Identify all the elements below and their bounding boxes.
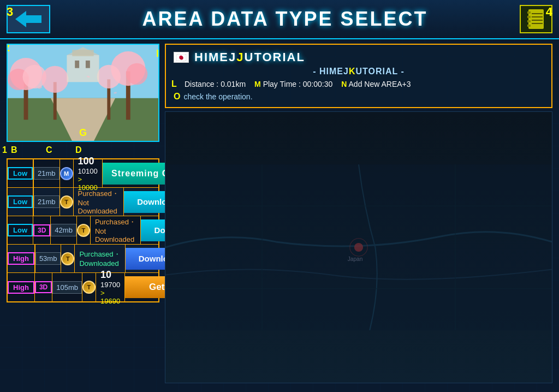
svg-rect-4: [527, 20, 531, 22]
quality-col: Low: [8, 188, 33, 216]
svg-rect-24: [67, 55, 99, 82]
distance-value: 0.01km: [221, 80, 246, 88]
svg-point-23: [97, 65, 121, 88]
3d-col: 3D: [33, 216, 51, 244]
purchased-status: Purchased・Not Downloaded: [78, 189, 119, 215]
distance-stat: Distance : 0.01km: [185, 80, 246, 88]
status-col: 10 19700 > 19690: [96, 273, 125, 301]
corner-n-label: N: [341, 80, 347, 88]
size-col: 21mb: [34, 159, 60, 187]
status-col: Purchased・Not Downloaded: [91, 216, 141, 244]
corner-3-label: 3: [7, 5, 13, 19]
3d-col: 3D: [35, 273, 52, 301]
token-icon: T: [77, 224, 90, 237]
course-title-row: 🇯🇵 HIMEJJUTORIAL: [174, 50, 544, 64]
svg-rect-1: [528, 9, 544, 29]
status-col: 100 10100 > 10000: [74, 159, 103, 187]
quality-col: High: [8, 273, 35, 301]
size-badge: 105mb: [52, 281, 82, 294]
operation-text: check the operation.: [183, 92, 252, 101]
size-badge: 53mb: [35, 252, 61, 265]
quality-badge: Low: [8, 224, 33, 236]
table-row: High3D105mbT10 19700 > 19690Get now: [8, 273, 158, 301]
status-col: Purchased・Downloaded: [75, 245, 125, 272]
table-row: Low21mbM100 10100 > 10000Streeming Get: [8, 159, 158, 188]
quality-badge: High: [8, 252, 34, 265]
table-row: Low3D42mbTPurchased・Not DownloadedDownlo…: [8, 216, 158, 245]
notebook-icon: [526, 8, 546, 30]
icon-col: M: [60, 159, 74, 187]
token-icon: T: [61, 252, 74, 265]
3d-badge: 3D: [33, 224, 50, 236]
course-name-sub: - HIMEJKUTORIAL -: [174, 67, 544, 76]
purchased-status: Purchased・Not Downloaded: [95, 217, 136, 243]
metro-icon: M: [60, 167, 73, 180]
size-col: 42mb: [51, 216, 77, 244]
coins-status: 100 10100 > 10000: [78, 156, 98, 192]
token-icon: T: [60, 195, 73, 209]
svg-point-33: [354, 243, 363, 252]
stats-row: L Distance : 0.01km M Play Time : 00:00:…: [185, 80, 544, 88]
table-row: Low21mbTPurchased・Not DownloadedDownload…: [8, 188, 158, 216]
quality-col: High: [8, 245, 35, 272]
thumbnail-scene: [8, 45, 158, 141]
course-name-part2: UTORIAL: [245, 50, 305, 64]
header: 3 AREA DATA TYPE SELECT 4: [0, 0, 559, 39]
quality-col: Low: [8, 216, 33, 244]
svg-point-21: [41, 66, 68, 93]
page-title: AREA DATA TYPE SELECT: [50, 8, 520, 31]
svg-rect-26: [72, 50, 93, 56]
main-content: 2: [0, 39, 559, 388]
corner-g-label: G: [79, 127, 87, 139]
new-area-stat: N Add New AREA+3: [341, 80, 411, 88]
course-name-part1: HIMEJ: [194, 50, 236, 64]
col-c-label: C: [46, 145, 52, 155]
corner-m-label: M: [254, 80, 261, 88]
svg-rect-28: [86, 61, 90, 68]
size-badge: 42mb: [51, 224, 76, 236]
corner-2-label: 2: [7, 44, 10, 55]
svg-text:Japan: Japan: [348, 256, 363, 262]
map-background: Japan: [165, 111, 552, 383]
size-badge: 21mb: [34, 195, 60, 208]
new-area-label: Add New AREA+3: [349, 80, 411, 88]
distance-label: Distance :: [185, 80, 218, 88]
quality-badge: Low: [8, 195, 33, 208]
course-info: I 🇯🇵 HIMEJJUTORIAL - HIMEJKUTORIAL - L D…: [165, 44, 552, 108]
notes-button[interactable]: 4: [520, 5, 552, 33]
playtime-value: 00:00:30: [303, 80, 333, 88]
icon-col: T: [82, 273, 96, 301]
svg-point-19: [126, 63, 147, 85]
col-d-label: D: [75, 145, 82, 155]
left-panel: 2: [7, 44, 159, 383]
right-panel: I 🇯🇵 HIMEJJUTORIAL - HIMEJKUTORIAL - L D…: [165, 44, 552, 383]
quality-badge: Low: [8, 167, 33, 180]
operation-row: O check the operation.: [174, 92, 544, 102]
course-thumbnail: G: [8, 45, 158, 141]
quality-col: Low: [8, 159, 33, 187]
data-table: Low21mbM100 10100 > 10000Streeming GetLo…: [7, 158, 159, 302]
col-b-label: B: [11, 145, 17, 155]
svg-marker-0: [15, 11, 41, 27]
coins-status: 10 19700 > 19690: [100, 269, 120, 305]
icon-col: T: [77, 216, 91, 244]
quality-badge: High: [8, 281, 34, 294]
course-name-j-highlight: J: [236, 50, 244, 64]
size-col: 21mb: [34, 188, 60, 216]
corner-4-label: 4: [546, 5, 552, 19]
corner-l-label: L: [171, 79, 177, 89]
corner-i-label: I: [156, 48, 159, 60]
course-name-main: HIMEJJUTORIAL: [194, 50, 305, 64]
map-svg: Japan: [165, 112, 552, 383]
corner-1-label: 1: [2, 145, 7, 155]
token-icon: T: [82, 281, 96, 294]
svg-rect-2: [527, 11, 531, 14]
back-button[interactable]: 3: [7, 5, 50, 33]
mileage-bar: H Mileage & Tip: [8, 141, 158, 142]
corner-o-label: O: [174, 92, 180, 102]
downloaded-status: Purchased・Downloaded: [79, 250, 120, 268]
table-row: High53mbTPurchased・DownloadedDownload Pl…: [8, 245, 158, 273]
size-badge: 21mb: [34, 167, 60, 180]
back-arrow-icon: [15, 11, 41, 27]
size-col: 105mb: [52, 273, 82, 301]
